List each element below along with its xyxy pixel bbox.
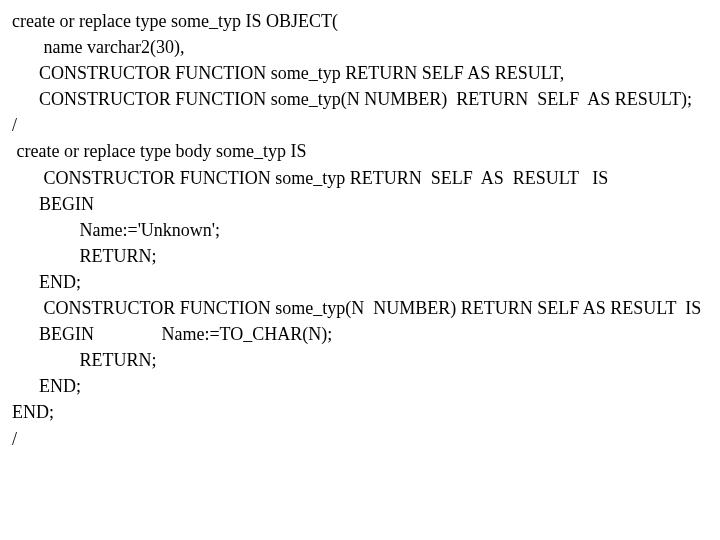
code-line: END; [12,373,708,399]
code-line: RETURN; [12,243,708,269]
code-line: BEGIN Name:=TO_CHAR(N); [12,321,708,347]
code-block: create or replace type some_typ IS OBJEC… [0,0,720,464]
code-line: CONSTRUCTOR FUNCTION some_typ RETURN SEL… [12,60,708,86]
code-line: CONSTRUCTOR FUNCTION some_typ(N NUMBER) … [12,295,708,321]
code-line: create or replace type some_typ IS OBJEC… [12,8,708,34]
code-line: CONSTRUCTOR FUNCTION some_typ RETURN SEL… [12,165,708,191]
code-line: RETURN; [12,347,708,373]
code-line: name varchar2(30), [12,34,708,60]
code-line: / [12,426,708,452]
code-line: create or replace type body some_typ IS [12,138,708,164]
code-line: CONSTRUCTOR FUNCTION some_typ(N NUMBER) … [12,86,708,112]
code-line: Name:='Unknown'; [12,217,708,243]
code-line: / [12,112,708,138]
code-line: END; [12,399,708,425]
code-line: BEGIN [12,191,708,217]
code-line: END; [12,269,708,295]
